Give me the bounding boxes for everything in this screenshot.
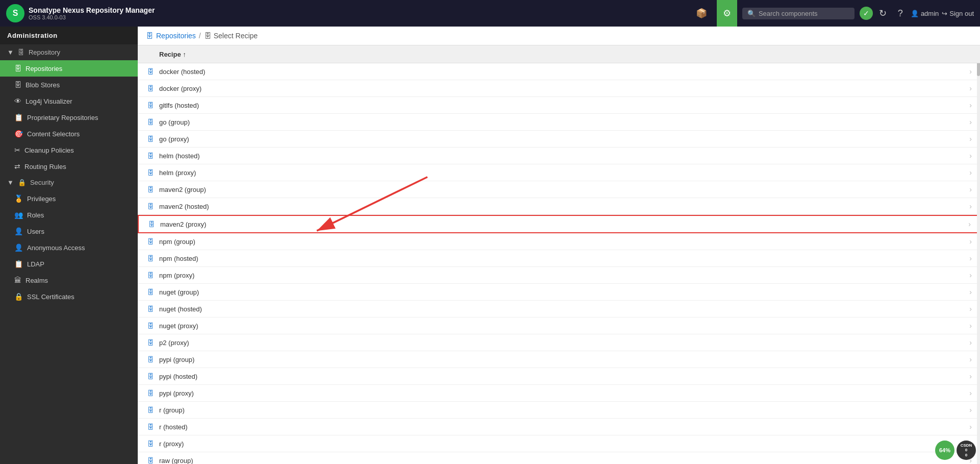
table-row[interactable]: 🗄 nuget (group) › [138, 284, 980, 301]
sidebar-item-roles[interactable]: 👥 Roles [0, 207, 138, 223]
sidebar-item-ldap[interactable]: 📋 LDAP [0, 256, 138, 272]
row-chevron-icon: › [969, 322, 972, 330]
sidebar-item-log4j[interactable]: 👁 Log4j Visualizer [0, 93, 138, 109]
sidebar-item-ssl-certs[interactable]: 🔒 SSL Certificates [0, 288, 138, 305]
app-subtitle: OSS 3.40.0-03 [29, 14, 155, 20]
table-row[interactable]: 🗄 pypi (hosted) › [138, 368, 980, 385]
realms-icon: 🏛 [14, 276, 21, 284]
breadcrumb-current-label: Select Recipe [214, 32, 258, 40]
table-row[interactable]: 🗄 npm (proxy) › [138, 267, 980, 284]
percent-badge: 64% [935, 441, 954, 460]
sidebar-item-users-label: Users [27, 228, 44, 235]
table-row[interactable]: 🗄 pypi (group) › [138, 351, 980, 368]
table-row[interactable]: 🗄 pypi (proxy) › [138, 385, 980, 402]
table-row[interactable]: 🗄 helm (proxy) › [138, 164, 980, 181]
sidebar-item-repositories[interactable]: 🗄 Repositories [0, 60, 138, 77]
username-label: admin [921, 10, 939, 17]
sidebar-item-content-selectors[interactable]: 🎯 Content Selectors [0, 126, 138, 142]
table-row[interactable]: 🗄 npm (group) › [138, 233, 980, 250]
row-icon: 🗄 [146, 287, 155, 297]
sidebar-item-users[interactable]: 👤 Users [0, 223, 138, 239]
table-row[interactable]: 🗄 go (proxy) › [138, 131, 980, 148]
breadcrumb-root-label: Repositories [156, 32, 196, 40]
row-icon: 🗄 [146, 439, 155, 448]
table-row[interactable]: 🗄 nuget (hosted) › [138, 301, 980, 318]
table-row[interactable]: 🗄 maven2 (proxy) › [138, 215, 980, 233]
row-chevron-icon: › [969, 305, 972, 313]
row-chevron-icon: › [969, 254, 972, 262]
user-menu[interactable]: 👤 admin [911, 10, 939, 17]
row-recipe-name: maven2 (hosted) [159, 203, 969, 210]
help-icon[interactable]: ? [893, 6, 908, 20]
table-row[interactable]: 🗄 nuget (proxy) › [138, 318, 980, 334]
sidebar-item-realms-label: Realms [26, 277, 48, 284]
sidebar-section-repository[interactable]: ▼ 🗄 Repository [0, 44, 138, 60]
sidebar-item-blob-stores[interactable]: 🗄 Blob Stores [0, 77, 138, 93]
row-chevron-icon: › [969, 271, 972, 279]
brand: S Sonatype Nexus Repository Manager OSS … [6, 4, 686, 22]
percent-value: 64% [939, 447, 950, 453]
search-input[interactable] [759, 10, 849, 17]
sidebar-item-ldap-label: LDAP [27, 260, 44, 268]
row-icon: 🗄 [146, 67, 155, 76]
signout-button[interactable]: ↪ Sign out [942, 10, 974, 17]
sidebar-item-privileges[interactable]: 🏅 Privileges [0, 190, 138, 207]
row-icon: 🗄 [146, 254, 155, 263]
scrollbar[interactable] [977, 45, 980, 464]
sidebar-item-ssl-label: SSL Certificates [27, 293, 74, 301]
row-icon: 🗄 [146, 338, 155, 347]
ssl-icon: 🔒 [14, 292, 23, 301]
table-row[interactable]: 🗄 raw (group) › [138, 452, 980, 464]
row-recipe-name: nuget (group) [159, 288, 969, 296]
row-recipe-name: r (group) [159, 406, 969, 414]
table-row[interactable]: 🗄 r (hosted) › [138, 419, 980, 435]
sidebar-header: Administration [0, 27, 138, 44]
row-chevron-icon: › [969, 101, 972, 109]
sidebar-item-routing-rules[interactable]: ⇄ Routing Rules [0, 158, 138, 175]
proprietary-icon: 📋 [14, 113, 23, 121]
bottom-indicators: 64% CSDN00 [935, 441, 976, 460]
ldap-icon: 📋 [14, 260, 23, 268]
row-chevron-icon: › [969, 237, 972, 246]
row-recipe-name: docker (proxy) [159, 85, 969, 92]
users-icon: 👤 [14, 227, 23, 235]
sidebar-section-security[interactable]: ▼ 🔒 Security [0, 175, 138, 190]
table-row[interactable]: 🗄 r (proxy) › [138, 435, 980, 452]
table-row[interactable]: 🗄 maven2 (hosted) › [138, 198, 980, 215]
refresh-icon[interactable]: ↻ [876, 6, 890, 20]
row-chevron-icon: › [969, 152, 972, 160]
row-chevron-icon: › [969, 84, 972, 92]
table-row[interactable]: 🗄 npm (hosted) › [138, 250, 980, 267]
row-icon: 🗄 [146, 271, 155, 280]
table-row[interactable]: 🗄 docker (proxy) › [138, 80, 980, 97]
table-row[interactable]: 🗄 gitlfs (hosted) › [138, 97, 980, 114]
main-content: 🗄 Repositories / 🗄 Select Recipe Recipe … [138, 27, 980, 464]
chevron-down-icon: ▼ [7, 48, 14, 56]
table-row[interactable]: 🗄 go (group) › [138, 114, 980, 131]
settings-icon[interactable]: ⚙ [717, 0, 737, 27]
sidebar-item-proprietary[interactable]: 📋 Proprietary Repositories [0, 109, 138, 126]
row-recipe-name: nuget (hosted) [159, 305, 969, 313]
table-row[interactable]: 🗄 maven2 (group) › [138, 181, 980, 198]
table-row[interactable]: 🗄 p2 (proxy) › [138, 334, 980, 351]
row-chevron-icon: › [969, 355, 972, 363]
row-chevron-icon: › [969, 338, 972, 347]
breadcrumb-repositories-link[interactable]: Repositories [156, 32, 196, 40]
sidebar-item-cleanup-policies[interactable]: ✂ Cleanup Policies [0, 142, 138, 158]
row-chevron-icon: › [969, 118, 972, 126]
header-icon [146, 50, 155, 59]
row-chevron-icon: › [969, 185, 972, 193]
table-row[interactable]: 🗄 helm (hosted) › [138, 148, 980, 164]
sidebar-item-anonymous-access[interactable]: 👤 Anonymous Access [0, 239, 138, 256]
sidebar-section-repository-label: Repository [29, 48, 60, 56]
row-chevron-icon: › [969, 168, 972, 177]
table-row[interactable]: 🗄 docker (hosted) › [138, 63, 980, 80]
row-chevron-icon: › [969, 389, 972, 397]
box-icon[interactable]: 📦 [691, 0, 712, 27]
app-title: Sonatype Nexus Repository Manager [29, 6, 155, 14]
sidebar-item-realms[interactable]: 🏛 Realms [0, 272, 138, 288]
sidebar-item-routing-label: Routing Rules [24, 163, 66, 170]
row-recipe-name: npm (proxy) [159, 272, 969, 279]
table-row[interactable]: 🗄 r (group) › [138, 402, 980, 419]
row-icon: 🗄 [146, 117, 155, 127]
